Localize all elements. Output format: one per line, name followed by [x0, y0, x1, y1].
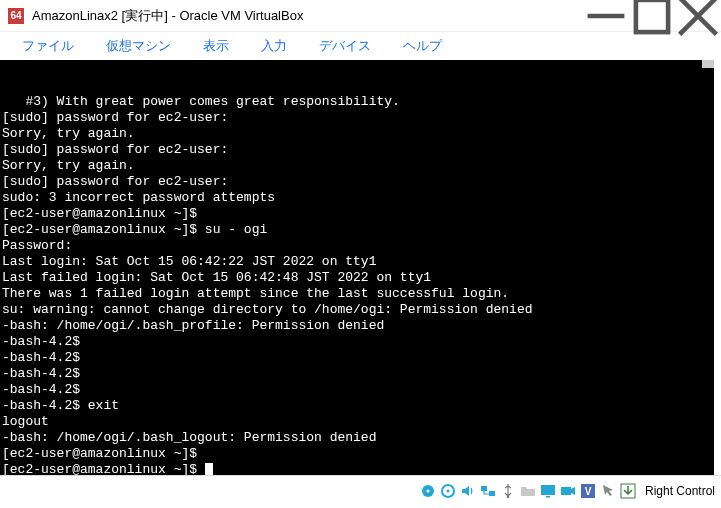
menu-devices[interactable]: デバイス — [305, 34, 385, 58]
terminal-line: Last login: Sat Oct 15 06:42:22 JST 2022… — [2, 254, 712, 270]
terminal-line: -bash-4.2$ — [2, 334, 712, 350]
network-icon[interactable] — [479, 482, 497, 500]
svg-rect-8 — [481, 486, 487, 491]
terminal-line: [ec2-user@amazonlinux ~]$ — [2, 462, 712, 475]
terminal-line: -bash-4.2$ — [2, 350, 712, 366]
menu-machine[interactable]: 仮想マシン — [92, 34, 185, 58]
terminal-line: -bash: /home/ogi/.bash_profile: Permissi… — [2, 318, 712, 334]
terminal-line: su: warning: cannot change directory to … — [2, 302, 712, 318]
terminal-line: Sorry, try again. — [2, 126, 712, 142]
terminal-line: There was 1 failed login attempt since t… — [2, 286, 712, 302]
audio-icon[interactable] — [459, 482, 477, 500]
optical-drive-icon[interactable] — [439, 482, 457, 500]
svg-point-5 — [426, 489, 429, 492]
terminal-line: [ec2-user@amazonlinux ~]$ — [2, 446, 712, 462]
minimize-button[interactable] — [583, 0, 629, 32]
hard-disk-icon[interactable] — [419, 482, 437, 500]
menu-help[interactable]: ヘルプ — [389, 34, 456, 58]
guest-terminal[interactable]: #3) With great power comes great respons… — [0, 60, 717, 475]
svg-rect-12 — [546, 496, 550, 498]
menu-file[interactable]: ファイル — [8, 34, 88, 58]
virtualization-icon[interactable]: V — [579, 482, 597, 500]
terminal-line: [ec2-user@amazonlinux ~]$ su - ogi — [2, 222, 712, 238]
svg-rect-1 — [636, 0, 668, 32]
terminal-scrollbar[interactable] — [702, 60, 716, 68]
terminal-line: -bash-4.2$ — [2, 382, 712, 398]
statusbar: V Right Control — [0, 475, 721, 505]
menu-input[interactable]: 入力 — [247, 34, 301, 58]
recording-icon[interactable] — [559, 482, 577, 500]
terminal-line: [ec2-user@amazonlinux ~]$ — [2, 206, 712, 222]
terminal-line: sudo: 3 incorrect password attempts — [2, 190, 712, 206]
titlebar: 64 AmazonLinax2 [実行中] - Oracle VM Virtua… — [0, 0, 721, 32]
close-button[interactable] — [675, 0, 721, 32]
svg-rect-11 — [541, 485, 555, 495]
svg-rect-9 — [489, 491, 495, 496]
terminal-line: Password: — [2, 238, 712, 254]
virtualbox-icon: 64 — [8, 8, 24, 24]
svg-point-7 — [446, 489, 449, 492]
svg-point-10 — [507, 495, 510, 498]
shared-folders-icon[interactable] — [519, 482, 537, 500]
display-icon[interactable] — [539, 482, 557, 500]
terminal-line: [sudo] password for ec2-user: — [2, 110, 712, 126]
terminal-line: [sudo] password for ec2-user: — [2, 142, 712, 158]
terminal-line: [sudo] password for ec2-user: — [2, 174, 712, 190]
terminal-line: logout — [2, 414, 712, 430]
terminal-line: -bash-4.2$ — [2, 366, 712, 382]
terminal-line: -bash-4.2$ exit — [2, 398, 712, 414]
terminal-line: #3) With great power comes great respons… — [2, 94, 712, 110]
terminal-line: Last failed login: Sat Oct 15 06:42:48 J… — [2, 270, 712, 286]
usb-icon[interactable] — [499, 482, 517, 500]
window-title: AmazonLinax2 [実行中] - Oracle VM VirtualBo… — [32, 7, 303, 25]
menu-view[interactable]: 表示 — [189, 34, 243, 58]
keyboard-capture-icon[interactable] — [619, 482, 637, 500]
terminal-line: -bash: /home/ogi/.bash_logout: Permissio… — [2, 430, 712, 446]
maximize-button[interactable] — [629, 0, 675, 32]
mouse-integration-icon[interactable] — [599, 482, 617, 500]
terminal-line: Sorry, try again. — [2, 158, 712, 174]
host-key-label[interactable]: Right Control — [645, 484, 715, 498]
terminal-cursor — [205, 463, 213, 475]
svg-rect-13 — [561, 487, 571, 495]
svg-text:V: V — [585, 486, 592, 497]
